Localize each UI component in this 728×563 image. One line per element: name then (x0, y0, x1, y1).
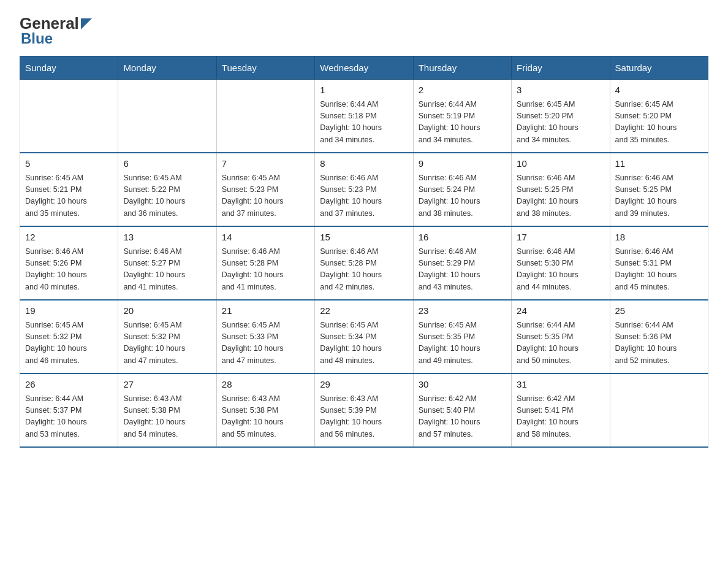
day-info: Sunrise: 6:46 AM Sunset: 5:31 PM Dayligh… (615, 246, 703, 294)
calendar-cell: 10Sunrise: 6:46 AM Sunset: 5:25 PM Dayli… (512, 153, 610, 226)
calendar-cell: 4Sunrise: 6:45 AM Sunset: 5:20 PM Daylig… (610, 80, 708, 153)
day-number: 8 (320, 157, 408, 171)
calendar-cell: 25Sunrise: 6:44 AM Sunset: 5:36 PM Dayli… (610, 300, 708, 373)
day-info: Sunrise: 6:44 AM Sunset: 5:37 PM Dayligh… (25, 393, 113, 441)
day-number: 20 (123, 304, 211, 318)
day-number: 12 (25, 231, 113, 245)
day-number: 18 (615, 231, 703, 245)
page-header: General Blue (20, 15, 708, 46)
calendar-cell: 9Sunrise: 6:46 AM Sunset: 5:24 PM Daylig… (413, 153, 511, 226)
day-info: Sunrise: 6:46 AM Sunset: 5:30 PM Dayligh… (517, 246, 604, 294)
calendar-cell: 16Sunrise: 6:46 AM Sunset: 5:29 PM Dayli… (413, 226, 511, 300)
calendar-cell (20, 80, 118, 153)
calendar-table: SundayMondayTuesdayWednesdayThursdayFrid… (20, 56, 708, 448)
day-number: 14 (222, 231, 309, 245)
day-info: Sunrise: 6:44 AM Sunset: 5:19 PM Dayligh… (419, 99, 506, 147)
day-info: Sunrise: 6:46 AM Sunset: 5:28 PM Dayligh… (320, 246, 408, 294)
logo: General Blue (20, 15, 92, 46)
calendar-cell: 23Sunrise: 6:45 AM Sunset: 5:35 PM Dayli… (413, 300, 511, 373)
calendar-cell: 15Sunrise: 6:46 AM Sunset: 5:28 PM Dayli… (315, 226, 413, 300)
day-info: Sunrise: 6:44 AM Sunset: 5:18 PM Dayligh… (320, 99, 408, 147)
calendar-header: SundayMondayTuesdayWednesdayThursdayFrid… (20, 56, 708, 80)
calendar-cell: 11Sunrise: 6:46 AM Sunset: 5:25 PM Dayli… (610, 153, 708, 226)
day-info: Sunrise: 6:46 AM Sunset: 5:28 PM Dayligh… (222, 246, 309, 294)
day-number: 21 (222, 304, 309, 318)
day-number: 3 (517, 83, 604, 98)
day-number: 16 (419, 231, 506, 245)
day-info: Sunrise: 6:45 AM Sunset: 5:22 PM Dayligh… (123, 172, 211, 220)
calendar-cell: 5Sunrise: 6:45 AM Sunset: 5:21 PM Daylig… (20, 153, 118, 226)
day-number: 19 (25, 304, 113, 318)
day-header-monday: Monday (118, 56, 216, 80)
day-info: Sunrise: 6:46 AM Sunset: 5:25 PM Dayligh… (615, 172, 703, 220)
week-row-4: 19Sunrise: 6:45 AM Sunset: 5:32 PM Dayli… (20, 300, 708, 373)
calendar-cell: 3Sunrise: 6:45 AM Sunset: 5:20 PM Daylig… (512, 80, 610, 153)
calendar-cell (216, 80, 314, 153)
calendar-cell: 7Sunrise: 6:45 AM Sunset: 5:23 PM Daylig… (216, 153, 314, 226)
calendar-cell: 19Sunrise: 6:45 AM Sunset: 5:32 PM Dayli… (20, 300, 118, 373)
day-number: 28 (222, 378, 309, 392)
day-number: 5 (25, 157, 113, 171)
day-header-friday: Friday (512, 56, 610, 80)
day-info: Sunrise: 6:43 AM Sunset: 5:39 PM Dayligh… (320, 393, 408, 441)
week-row-2: 5Sunrise: 6:45 AM Sunset: 5:21 PM Daylig… (20, 153, 708, 226)
day-number: 15 (320, 231, 408, 245)
day-info: Sunrise: 6:45 AM Sunset: 5:35 PM Dayligh… (419, 320, 506, 367)
day-info: Sunrise: 6:45 AM Sunset: 5:32 PM Dayligh… (25, 320, 113, 367)
week-row-1: 1Sunrise: 6:44 AM Sunset: 5:18 PM Daylig… (20, 80, 708, 153)
day-info: Sunrise: 6:42 AM Sunset: 5:40 PM Dayligh… (419, 393, 506, 441)
day-info: Sunrise: 6:46 AM Sunset: 5:23 PM Dayligh… (320, 172, 408, 220)
calendar-cell: 27Sunrise: 6:43 AM Sunset: 5:38 PM Dayli… (118, 373, 216, 447)
calendar-cell (610, 373, 708, 447)
calendar-cell: 20Sunrise: 6:45 AM Sunset: 5:32 PM Dayli… (118, 300, 216, 373)
day-number: 4 (615, 83, 703, 98)
day-info: Sunrise: 6:43 AM Sunset: 5:38 PM Dayligh… (123, 393, 211, 441)
day-number: 7 (222, 157, 309, 171)
day-number: 1 (320, 83, 408, 98)
day-header-thursday: Thursday (413, 56, 511, 80)
day-number: 26 (25, 378, 113, 392)
calendar-cell: 26Sunrise: 6:44 AM Sunset: 5:37 PM Dayli… (20, 373, 118, 447)
day-number: 27 (123, 378, 211, 392)
calendar-cell: 21Sunrise: 6:45 AM Sunset: 5:33 PM Dayli… (216, 300, 314, 373)
calendar-cell: 17Sunrise: 6:46 AM Sunset: 5:30 PM Dayli… (512, 226, 610, 300)
calendar-cell: 24Sunrise: 6:44 AM Sunset: 5:35 PM Dayli… (512, 300, 610, 373)
day-number: 17 (517, 231, 604, 245)
day-info: Sunrise: 6:45 AM Sunset: 5:21 PM Dayligh… (25, 172, 113, 220)
day-info: Sunrise: 6:44 AM Sunset: 5:36 PM Dayligh… (615, 320, 703, 367)
day-info: Sunrise: 6:46 AM Sunset: 5:29 PM Dayligh… (419, 246, 506, 294)
day-info: Sunrise: 6:45 AM Sunset: 5:32 PM Dayligh… (123, 320, 211, 367)
calendar-cell: 18Sunrise: 6:46 AM Sunset: 5:31 PM Dayli… (610, 226, 708, 300)
calendar-cell: 31Sunrise: 6:42 AM Sunset: 5:41 PM Dayli… (512, 373, 610, 447)
day-number: 30 (419, 378, 506, 392)
day-info: Sunrise: 6:46 AM Sunset: 5:26 PM Dayligh… (25, 246, 113, 294)
day-number: 2 (419, 83, 506, 98)
calendar-cell: 22Sunrise: 6:45 AM Sunset: 5:34 PM Dayli… (315, 300, 413, 373)
day-info: Sunrise: 6:44 AM Sunset: 5:35 PM Dayligh… (517, 320, 604, 367)
calendar-cell (118, 80, 216, 153)
day-header-wednesday: Wednesday (315, 56, 413, 80)
day-number: 13 (123, 231, 211, 245)
day-number: 23 (419, 304, 506, 318)
day-header-saturday: Saturday (610, 56, 708, 80)
week-row-3: 12Sunrise: 6:46 AM Sunset: 5:26 PM Dayli… (20, 226, 708, 300)
day-info: Sunrise: 6:45 AM Sunset: 5:34 PM Dayligh… (320, 320, 408, 367)
calendar-cell: 1Sunrise: 6:44 AM Sunset: 5:18 PM Daylig… (315, 80, 413, 153)
day-info: Sunrise: 6:45 AM Sunset: 5:20 PM Dayligh… (615, 99, 703, 147)
day-header-sunday: Sunday (20, 56, 118, 80)
day-number: 6 (123, 157, 211, 171)
day-number: 24 (517, 304, 604, 318)
calendar-cell: 29Sunrise: 6:43 AM Sunset: 5:39 PM Dayli… (315, 373, 413, 447)
day-info: Sunrise: 6:46 AM Sunset: 5:27 PM Dayligh… (123, 246, 211, 294)
svg-marker-0 (81, 18, 92, 29)
day-info: Sunrise: 6:46 AM Sunset: 5:24 PM Dayligh… (419, 172, 506, 220)
calendar-cell: 12Sunrise: 6:46 AM Sunset: 5:26 PM Dayli… (20, 226, 118, 300)
day-header-tuesday: Tuesday (216, 56, 314, 80)
day-number: 25 (615, 304, 703, 318)
logo-blue-text: Blue (20, 31, 92, 46)
day-number: 9 (419, 157, 506, 171)
calendar-cell: 30Sunrise: 6:42 AM Sunset: 5:40 PM Dayli… (413, 373, 511, 447)
calendar-cell: 8Sunrise: 6:46 AM Sunset: 5:23 PM Daylig… (315, 153, 413, 226)
calendar-cell: 2Sunrise: 6:44 AM Sunset: 5:19 PM Daylig… (413, 80, 511, 153)
logo-arrow-icon (81, 18, 92, 31)
